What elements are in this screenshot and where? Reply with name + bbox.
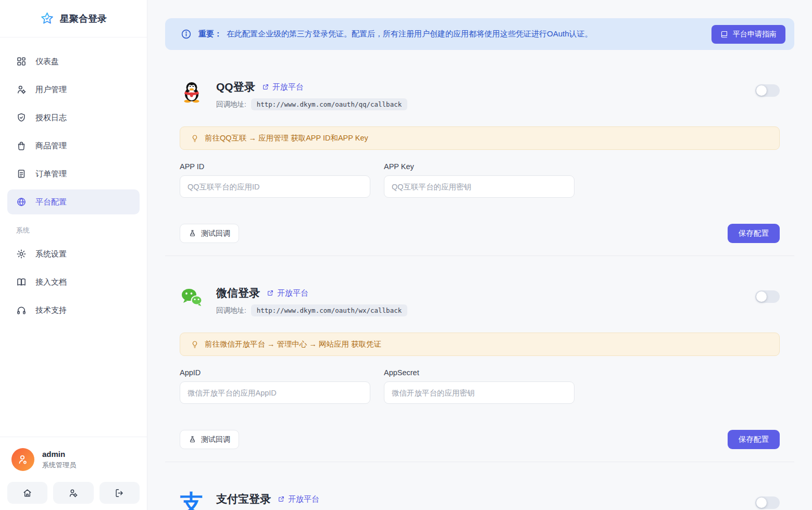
notice-body: 在此配置企业级的第三方登录凭证。配置后，所有注册用户创建的应用都将使用这些凭证进… xyxy=(227,29,593,38)
sidebar-section-system: 系统 xyxy=(7,218,140,241)
callback-url: http://www.dkym.com/oauth/wx/callback xyxy=(251,304,407,316)
open-platform-link[interactable]: 开放平台 xyxy=(278,494,319,504)
credentials-form: AppID AppSecret xyxy=(180,368,780,404)
flask-icon xyxy=(189,230,196,237)
app-title: 星聚合登录 xyxy=(60,12,107,25)
callback-label: 回调地址: xyxy=(216,306,246,315)
document-icon xyxy=(16,169,27,179)
wechat-appid-input[interactable] xyxy=(180,381,370,404)
platform-guide-label: 平台申请指南 xyxy=(733,30,777,39)
sidebar-item-docs[interactable]: 接入文档 xyxy=(7,270,140,295)
star-logo-icon xyxy=(40,11,54,26)
qq-enable-toggle[interactable] xyxy=(755,84,780,97)
sidebar-item-label: 系统设置 xyxy=(35,249,67,259)
alipay-enable-toggle[interactable] xyxy=(755,496,780,509)
callback-label: 回调地址: xyxy=(216,100,246,109)
sidebar-item-label: 平台配置 xyxy=(35,197,67,207)
main-content: 重要：在此配置企业级的第三方登录凭证。配置后，所有注册用户创建的应用都将使用这些… xyxy=(147,0,812,510)
save-config-button[interactable]: 保存配置 xyxy=(728,224,780,243)
card-footer: 测试回调 保存配置 xyxy=(180,430,780,449)
platform-card-wechat: 微信登录 开放平台 回调地址: http://www.dkym.com/oaut… xyxy=(165,256,794,462)
hint-banner: 前往微信开放平台 → 管理中心 → 网站应用 获取凭证 xyxy=(180,333,780,356)
sidebar-item-system-settings[interactable]: 系统设置 xyxy=(7,241,140,266)
user-info: admin 系统管理员 xyxy=(7,448,140,471)
open-platform-label: 开放平台 xyxy=(288,494,319,504)
user-role: 系统管理员 xyxy=(42,461,76,470)
save-config-button[interactable]: 保存配置 xyxy=(728,430,780,449)
platform-meta: 微信登录 开放平台 回调地址: http://www.dkym.com/oaut… xyxy=(216,286,407,316)
platform-header: 微信登录 开放平台 回调地址: http://www.dkym.com/oaut… xyxy=(180,286,780,316)
external-link-icon xyxy=(262,83,269,91)
sidebar-item-orders[interactable]: 订单管理 xyxy=(7,161,140,186)
test-callback-label: 测试回调 xyxy=(201,229,230,238)
sidebar-item-label: 授权日志 xyxy=(35,113,67,123)
platform-title: 支付宝登录 xyxy=(216,492,271,506)
app-root: 星聚合登录 仪表盘 用户管理 授权日志 xyxy=(0,0,812,510)
toggle-knob xyxy=(756,291,767,302)
sidebar-item-label: 商品管理 xyxy=(35,141,67,151)
shield-check-icon xyxy=(16,112,27,123)
sidebar-item-support[interactable]: 技术支持 xyxy=(7,298,140,323)
app-id-input[interactable] xyxy=(180,175,370,198)
lightbulb-icon xyxy=(191,134,199,143)
user-panel: admin 系统管理员 xyxy=(0,437,147,510)
notice-banner: 重要：在此配置企业级的第三方登录凭证。配置后，所有注册用户创建的应用都将使用这些… xyxy=(165,18,794,50)
shopping-bag-icon xyxy=(16,141,27,151)
field-label-appid: AppID xyxy=(180,368,370,377)
headphones-icon xyxy=(16,305,27,315)
gear-icon xyxy=(16,249,27,259)
platform-title: QQ登录 xyxy=(216,80,255,94)
toggle-knob xyxy=(756,498,767,508)
notice-emphasis: 重要： xyxy=(198,29,222,38)
user-gear-icon xyxy=(68,488,78,498)
logout-button[interactable] xyxy=(99,482,140,504)
open-platform-link[interactable]: 开放平台 xyxy=(267,288,308,298)
test-callback-button[interactable]: 测试回调 xyxy=(180,430,239,449)
user-icon xyxy=(17,453,29,466)
credentials-form: APP ID APP Key xyxy=(180,162,780,198)
info-icon xyxy=(181,29,192,40)
user-name: admin xyxy=(42,450,76,458)
sidebar-item-label: 订单管理 xyxy=(35,169,67,179)
sidebar-item-products[interactable]: 商品管理 xyxy=(7,133,140,158)
field-label-app-key: APP Key xyxy=(384,162,574,171)
test-callback-button[interactable]: 测试回调 xyxy=(180,224,239,243)
field-label-app-id: APP ID xyxy=(180,162,370,171)
external-link-icon xyxy=(278,495,285,503)
app-key-input[interactable] xyxy=(384,175,574,198)
platform-card-qq: QQ登录 开放平台 回调地址: http://www.dkym.com/oaut… xyxy=(165,50,794,256)
user-gear-icon xyxy=(16,84,27,95)
book-icon xyxy=(720,30,728,38)
hint-banner: 前往QQ互联 → 应用管理 获取APP ID和APP Key xyxy=(180,126,780,150)
user-actions xyxy=(7,482,140,504)
sidebar-item-auth-logs[interactable]: 授权日志 xyxy=(7,105,140,130)
toggle-knob xyxy=(756,85,767,96)
hint-text: 前往QQ互联 → 应用管理 获取APP ID和APP Key xyxy=(205,133,368,143)
wechat-enable-toggle[interactable] xyxy=(755,290,780,303)
sidebar-item-dashboard[interactable]: 仪表盘 xyxy=(7,49,140,74)
field-label-appsecret: AppSecret xyxy=(384,368,574,377)
home-icon xyxy=(22,488,32,498)
alipay-logo-icon: 支 xyxy=(180,492,204,510)
home-button[interactable] xyxy=(7,482,47,504)
open-book-icon xyxy=(16,277,27,287)
platform-title: 微信登录 xyxy=(216,286,260,300)
open-platform-link[interactable]: 开放平台 xyxy=(262,82,304,92)
wechat-appsecret-input[interactable] xyxy=(384,381,574,404)
sidebar-item-users[interactable]: 用户管理 xyxy=(7,77,140,102)
sidebar-item-label: 接入文档 xyxy=(35,277,67,287)
sidebar: 星聚合登录 仪表盘 用户管理 授权日志 xyxy=(0,0,147,510)
open-platform-label: 开放平台 xyxy=(277,288,308,298)
sidebar-item-label: 用户管理 xyxy=(35,85,67,95)
globe-icon xyxy=(16,197,27,207)
sidebar-item-label: 仪表盘 xyxy=(35,57,59,67)
hint-text: 前往微信开放平台 → 管理中心 → 网站应用 获取凭证 xyxy=(205,339,381,349)
sidebar-nav: 仪表盘 用户管理 授权日志 商品管理 xyxy=(0,37,147,437)
platform-meta: 支付宝登录 开放平台 回调地址: http://www.dkym.com/oau… xyxy=(216,492,423,510)
account-settings-button[interactable] xyxy=(53,482,93,504)
logout-icon xyxy=(115,488,124,498)
platform-guide-button[interactable]: 平台申请指南 xyxy=(711,25,785,44)
sidebar-item-platform-config[interactable]: 平台配置 xyxy=(7,189,140,214)
external-link-icon xyxy=(267,289,274,297)
card-footer: 测试回调 保存配置 xyxy=(180,224,780,243)
